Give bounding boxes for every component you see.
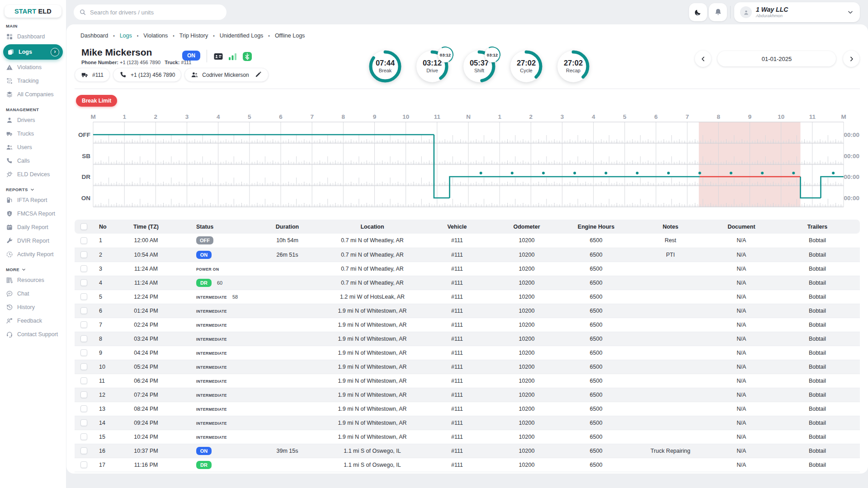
- table-row[interactable]: 803:24 PMINTERMEDIATE1.9 mi N of Whitest…: [75, 332, 860, 346]
- row-checkbox[interactable]: [80, 293, 87, 300]
- dvir-icon: [6, 237, 13, 244]
- row-checkbox[interactable]: [80, 279, 87, 286]
- col-header-duration: Duration: [250, 220, 325, 234]
- sidebar-section-more[interactable]: MORE: [6, 267, 66, 272]
- tab-violations[interactable]: Violations: [143, 33, 168, 39]
- sidebar-item-eld-devices[interactable]: ELD Devices: [0, 168, 66, 181]
- row-checkbox[interactable]: [80, 363, 87, 370]
- table-row[interactable]: 1207:24 PMINTERMEDIATE1.9 mi N of Whites…: [75, 388, 860, 402]
- cell-status: INTERMEDIATE: [178, 360, 250, 374]
- sidebar-item-activity-report[interactable]: Activity Report: [0, 248, 66, 261]
- driver-chip-111[interactable]: #111: [75, 68, 110, 82]
- cell-trailers: Bobtail: [775, 234, 860, 248]
- sidebar-item-daily-report[interactable]: Daily Report: [0, 221, 66, 234]
- sidebar-section-reports[interactable]: REPORTS: [6, 187, 66, 192]
- sidebar-item-chat[interactable]: Chat: [0, 287, 66, 300]
- next-day-button[interactable]: [843, 51, 859, 67]
- theme-toggle-button[interactable]: [689, 3, 707, 21]
- table-row[interactable]: 904:24 PMINTERMEDIATE1.9 mi N of Whitest…: [75, 346, 860, 360]
- table-row[interactable]: 311:24 AMPOWER ON0.7 mi N of Wheatley, A…: [75, 262, 860, 276]
- table-row[interactable]: 210:54 AMON26m 51s0.7 mi N of Wheatley, …: [75, 248, 860, 262]
- cell-odometer: 10200: [494, 360, 559, 374]
- table-row[interactable]: 112:00 AMOFF10h 54m0.7 mi N of Wheatley,…: [75, 234, 860, 248]
- search-input[interactable]: [90, 9, 221, 16]
- row-checkbox[interactable]: [80, 377, 87, 384]
- cell-trailers: Bobtail: [775, 248, 860, 262]
- cell-engine-hours: 6500: [559, 248, 633, 262]
- row-checkbox[interactable]: [80, 251, 87, 258]
- table-row[interactable]: 1308:24 PMINTERMEDIATE1.9 mi N of Whites…: [75, 402, 860, 416]
- sidebar-item-all-companies[interactable]: All Companies: [0, 88, 66, 101]
- table-row[interactable]: 1610:37 PMON39m 15s1.1 mi S of Oswego, I…: [75, 444, 860, 458]
- cell-duration: [250, 416, 325, 430]
- date-picker[interactable]: 01-01-2025: [717, 51, 836, 66]
- cell-duration: [250, 346, 325, 360]
- row-checkbox[interactable]: [80, 405, 87, 412]
- driver-chip-1-123-456-7890[interactable]: +1 (123) 456 7890: [113, 68, 181, 82]
- sidebar-item-resources[interactable]: Resources: [0, 273, 66, 287]
- cell-odometer: 10200: [494, 444, 559, 458]
- sidebar-item-feedback[interactable]: Feedback: [0, 314, 66, 328]
- sidebar-item-calls[interactable]: Calls: [0, 154, 66, 168]
- cell-status: POWER ON: [178, 262, 250, 276]
- row-checkbox[interactable]: [80, 335, 87, 342]
- tab-unidentified-logs[interactable]: Unidentified Logs: [220, 33, 264, 39]
- sidebar-item-dvir-report[interactable]: DVIR Report: [0, 234, 66, 248]
- row-checkbox[interactable]: [80, 321, 87, 328]
- cell-vehicle: #111: [420, 444, 494, 458]
- row-checkbox[interactable]: [80, 237, 87, 244]
- tab-dashboard[interactable]: Dashboard: [80, 33, 108, 39]
- col-header-location: Location: [325, 220, 420, 234]
- cell-vehicle: #111: [420, 346, 494, 360]
- row-checkbox[interactable]: [80, 447, 87, 454]
- row-checkbox[interactable]: [80, 349, 87, 356]
- edit-codriver-button[interactable]: [255, 70, 262, 80]
- row-checkbox[interactable]: [80, 461, 87, 468]
- sidebar-item-users[interactable]: Users: [0, 141, 66, 154]
- table-row[interactable]: 411:24 AMDR600.7 mi N of Wheatley, AR#11…: [75, 276, 860, 290]
- tab-offline-logs[interactable]: Offline Logs: [275, 33, 305, 39]
- sidebar-item-tracking[interactable]: Tracking: [0, 74, 66, 88]
- sidebar-item-dashboard[interactable]: Dashboard: [0, 30, 66, 43]
- sidebar-item-ifta-report[interactable]: IFTA Report: [0, 193, 66, 207]
- company-selector[interactable]: 1 Way LLC Abdurakhmon: [734, 2, 860, 22]
- chevron-right-icon[interactable]: ›: [51, 48, 59, 56]
- cell-status: INTERMEDIATE: [178, 346, 250, 360]
- tab-logs[interactable]: Logs: [120, 33, 132, 39]
- cell-no: 1: [93, 234, 114, 248]
- notifications-button[interactable]: [709, 3, 727, 21]
- sidebar-item-trucks[interactable]: Trucks: [0, 127, 66, 141]
- tab-trip-history[interactable]: Trip History: [179, 33, 208, 39]
- driver-chip-codriver-mickerson[interactable]: Codriver Mickerson: [184, 68, 268, 82]
- table-row[interactable]: 1711:16 PMDR1.1 mi S of Oswego, IL#11110…: [75, 458, 860, 472]
- sidebar-item-contact-support[interactable]: Contact Support: [0, 328, 66, 341]
- cell-engine-hours: 6500: [559, 262, 633, 276]
- table-row[interactable]: 512:24 PMINTERMEDIATE581.2 mi W of HotsL…: [75, 290, 860, 304]
- sidebar-item-history[interactable]: History: [0, 300, 66, 314]
- select-all-checkbox[interactable]: [80, 223, 87, 230]
- sidebar-item-violations[interactable]: Violations: [0, 61, 66, 74]
- table-row[interactable]: 1005:24 PMINTERMEDIATE1.9 mi N of Whites…: [75, 360, 860, 374]
- cell-no: 10: [93, 360, 114, 374]
- table-row[interactable]: 702:24 PMINTERMEDIATE1.9 mi N of Whitest…: [75, 318, 860, 332]
- row-checkbox[interactable]: [80, 419, 87, 426]
- row-checkbox[interactable]: [80, 391, 87, 398]
- row-checkbox[interactable]: [80, 433, 87, 440]
- table-row[interactable]: 1409:24 PMINTERMEDIATE1.9 mi N of Whites…: [75, 416, 860, 430]
- cell-document: N/A: [708, 444, 775, 458]
- row-checkbox[interactable]: [80, 307, 87, 314]
- cell-location: 1.9 mi N of Whitestown, AR: [325, 430, 420, 444]
- cell-engine-hours: 6500: [559, 346, 633, 360]
- prev-day-button[interactable]: [695, 51, 711, 67]
- sidebar-item-drivers[interactable]: Drivers: [0, 113, 66, 127]
- table-row[interactable]: 1106:24 PMINTERMEDIATE1.9 mi N of Whites…: [75, 374, 860, 388]
- row-checkbox[interactable]: [80, 265, 87, 272]
- sidebar-item-fmcsa-report[interactable]: FMCSA Report: [0, 207, 66, 221]
- brand-logo[interactable]: START ELD: [5, 5, 61, 18]
- cell-time: 12:24 PM: [114, 290, 178, 304]
- hos-dial-recap: 27:02Recap: [556, 49, 591, 84]
- table-row[interactable]: 601:24 PMINTERMEDIATE1.9 mi N of Whitest…: [75, 304, 860, 318]
- status-text: INTERMEDIATE: [196, 309, 227, 314]
- table-row[interactable]: 1510:24 PMINTERMEDIATE1.9 mi N of Whites…: [75, 430, 860, 444]
- sidebar-item-logs[interactable]: Logs›: [3, 44, 63, 60]
